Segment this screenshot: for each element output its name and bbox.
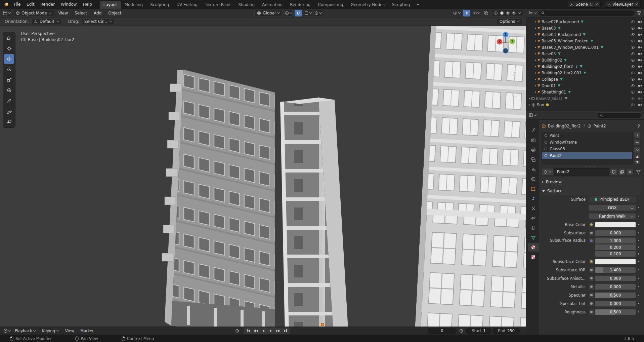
tool-rotate[interactable] <box>4 65 14 74</box>
tab-particles[interactable] <box>528 204 539 213</box>
socket-input-button[interactable] <box>589 237 594 243</box>
tool-add-primitive[interactable] <box>4 117 14 126</box>
distribution-dropdown[interactable]: GGX <box>589 205 636 211</box>
material-slot[interactable]: WindowFrame <box>542 139 632 146</box>
animate-dot[interactable] <box>636 261 641 262</box>
tab-material[interactable] <box>528 243 539 252</box>
subsurface-ior-slider[interactable]: 1.400 <box>595 267 636 273</box>
material-slot-selected[interactable]: Paint2 <box>542 152 632 159</box>
animate-dot[interactable] <box>636 295 641 296</box>
gizmo-negative-z-axis[interactable] <box>503 48 508 53</box>
play-button[interactable] <box>267 328 274 334</box>
outliner-item[interactable]: Base03_Window_Broken <box>527 38 643 44</box>
chevron-down-icon[interactable] <box>518 11 521 13</box>
shader-button[interactable]: Principled BSDF <box>589 196 636 202</box>
hide-viewport-icon[interactable] <box>631 39 635 43</box>
tab-view-layer[interactable] <box>528 155 539 164</box>
slot-specials-button[interactable] <box>634 147 641 153</box>
disable-render-icon[interactable] <box>638 33 642 36</box>
hide-viewport-icon[interactable] <box>631 46 635 49</box>
tab-world[interactable] <box>528 175 539 183</box>
socket-input-button[interactable] <box>589 267 594 273</box>
current-frame-field[interactable]: 0 <box>428 328 457 334</box>
animate-dot[interactable] <box>636 311 641 313</box>
outliner-item[interactable]: Base03_Background <box>527 31 643 38</box>
xray-toggle[interactable] <box>482 10 489 16</box>
tab-shading[interactable]: Shading <box>234 1 258 9</box>
disable-render-icon[interactable] <box>638 65 642 68</box>
jump-to-start-button[interactable] <box>245 328 252 334</box>
previous-keyframe-button[interactable] <box>253 328 259 334</box>
outliner-item[interactable]: Base02Background <box>527 18 643 25</box>
play-reverse-button[interactable] <box>260 328 267 334</box>
disable-render-icon[interactable] <box>638 78 642 81</box>
socket-input-button[interactable] <box>589 301 594 307</box>
metallic-slider[interactable]: 0.000 <box>595 284 636 290</box>
show-gizmo-toggle[interactable] <box>463 10 470 16</box>
menu-object[interactable]: Object <box>106 10 124 16</box>
properties-search[interactable] <box>597 112 641 118</box>
menu-edit[interactable]: Edit <box>24 1 37 8</box>
subsurface-anisotropy-slider[interactable]: 0.000 <box>595 275 636 281</box>
tab-animation[interactable]: Animation <box>258 1 286 9</box>
frame-end-field[interactable]: End250 <box>493 328 520 334</box>
menu-timeline-view[interactable]: View <box>63 328 77 334</box>
navigation-gizmo[interactable]: X Y Z <box>491 28 520 56</box>
outliner-item[interactable]: Building02_flor2.001 <box>527 70 643 76</box>
outliner-search[interactable] <box>539 10 635 16</box>
disable-render-icon[interactable] <box>638 84 642 87</box>
outliner-item-collection-excluded[interactable]: Base02_Glass <box>527 95 643 102</box>
animate-dot[interactable] <box>636 224 641 225</box>
outliner-editor-type-button[interactable] <box>529 10 536 16</box>
browse-material-dropdown[interactable] <box>542 168 553 176</box>
frame-start-field[interactable]: Start1 <box>466 328 491 334</box>
properties-editor-type-button[interactable] <box>529 112 536 119</box>
outliner-item[interactable]: Sheathing01 <box>527 89 643 95</box>
disable-render-icon[interactable] <box>638 52 642 55</box>
hide-viewport-icon[interactable] <box>631 84 635 87</box>
outliner-item-active[interactable]: Building02_flor2 <box>527 63 643 70</box>
disable-render-icon[interactable] <box>638 39 642 42</box>
animate-dot[interactable] <box>636 269 641 271</box>
disable-render-icon[interactable] <box>638 103 642 106</box>
outliner-search-input[interactable] <box>546 11 632 15</box>
properties-search-input[interactable] <box>605 113 639 118</box>
tab-tool[interactable] <box>528 126 539 135</box>
shading-rendered-icon[interactable] <box>512 11 516 15</box>
hide-viewport-icon[interactable] <box>631 78 635 81</box>
tab-rendering[interactable]: Rendering <box>286 1 314 9</box>
disable-render-icon[interactable] <box>638 90 642 93</box>
disable-render-icon[interactable] <box>638 71 642 74</box>
new-material-button[interactable] <box>618 168 626 176</box>
disable-render-icon[interactable] <box>638 46 642 49</box>
move-slot-up-button[interactable]: ▲ <box>634 154 641 159</box>
tab-scripting[interactable]: Scripting <box>388 1 414 9</box>
tab-geometry-nodes[interactable]: Geometry Nodes <box>347 1 388 9</box>
unlink-material-button[interactable]: × <box>626 168 634 176</box>
new-scene-icon[interactable] <box>590 3 593 6</box>
socket-input-button[interactable] <box>589 284 594 290</box>
proportional-editing-dropdown[interactable] <box>314 10 322 16</box>
animate-dot[interactable] <box>636 246 641 248</box>
specular-tint-slider[interactable]: 0.000 <box>595 301 636 307</box>
auto-keyframe-toggle[interactable] <box>234 328 241 334</box>
add-slot-button[interactable]: + <box>634 132 641 138</box>
tool-measure[interactable] <box>4 106 14 116</box>
viewport-3d[interactable]: User Perspective (0) Base | Building02_f… <box>0 26 526 327</box>
animate-dot[interactable] <box>636 232 641 234</box>
subsurface-method-dropdown[interactable]: Random Walk <box>589 213 636 219</box>
subsurface-radius-x-field[interactable]: 1.000 <box>595 237 636 243</box>
pan-hand-icon[interactable] <box>512 71 518 77</box>
outliner-item-light[interactable]: Sun <box>527 102 643 108</box>
socket-input-button[interactable] <box>589 259 594 265</box>
outliner-item[interactable]: Building02 <box>527 57 643 63</box>
disable-render-icon[interactable] <box>638 97 642 100</box>
surface-panel-header[interactable]: Surface <box>541 187 641 195</box>
ortho-grid-icon[interactable] <box>512 91 518 97</box>
socket-input-button[interactable] <box>589 230 594 236</box>
pin-icon[interactable] <box>637 124 641 128</box>
animate-dot[interactable] <box>636 207 641 208</box>
subsurface-radius-z-field[interactable]: 0.100 <box>595 251 636 257</box>
base-color-swatch[interactable] <box>595 222 636 228</box>
animate-dot[interactable] <box>636 286 641 288</box>
